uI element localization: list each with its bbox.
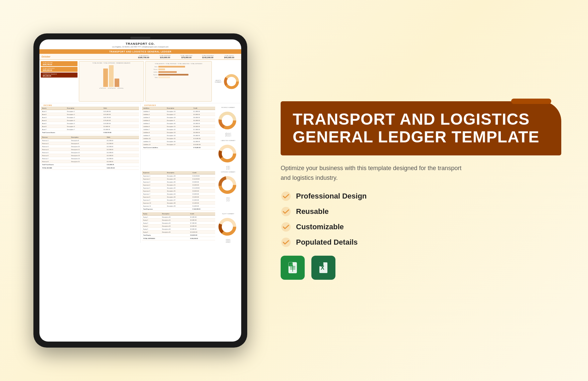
title-banner: TRANSPORT AND LOGISTICS GENERAL LEDGER T… [281,101,561,155]
table-row: Equity 1Description 40$ 5,000.00 [142,216,215,219]
kpi-blocks: TOTAL ASSETS $180,700.00 TOTAL REVENUE $… [65,55,239,58]
tablet-screen: TRANSPORT CO. Los Angeles, CA 91001 | 22… [39,39,241,342]
table-row: Revenue 6Description 13$ 2,000.00 [41,154,139,157]
table-row: Liabilities 2Description 17$ 3,000.00 [142,113,215,116]
table-row: Expenses 1Description 28$ 19,000.00 [142,174,215,177]
title-line-2: GENERAL LEDGER TEMPLATE [293,128,549,146]
google-sheets-icon[interactable] [281,256,305,280]
table-row: Asset 3Description 3$ 40,750.00 [41,116,139,119]
table-row: Equity 2Description 41$ 6,000.00 [142,219,215,222]
excel-icon[interactable]: X [311,256,335,280]
revenue-donut [216,110,238,131]
tablet-camera [130,37,150,39]
expenses-table-wrapper: Expenses Description Credit Expenses 1De… [142,171,215,243]
features-list: Professional Design Reusable Customizabl… [281,191,561,248]
kpi-total-equity: TOTAL EQUITY $45,000.00 [219,55,239,58]
horiz-chart: Assets Revenue Liabilities [147,65,210,79]
main-tables: INCOME Assets Description Debit Asset [39,103,241,243]
table-row: Equity 4Description 43$ 8,000.00 [142,225,215,228]
feature-professional-label: Professional Design [296,192,367,201]
kpi-total-revenue: TOTAL REVENUE $19,000.00 [155,55,175,58]
horiz-chart-block: TOTAL ASSETS · TOTAL REVENUE · TOTAL LIA… [145,61,212,102]
total-equity-row: Total Equity $ 45,000.00 [142,234,215,237]
check-icon-customizable [281,222,291,232]
bar-chart [80,65,143,88]
summary-cards-col: TOTAL INCOME $200,700.00 TOTAL EXPENSES … [41,61,78,102]
check-icon-populated [281,237,291,248]
expenses-donut [216,174,238,196]
expenses-label: EXPENSES [142,103,240,107]
right-donuts-col: REVENUE SUMMARY ■ Revenue 1■ Revenue 2■ … [216,107,240,170]
svg-point-22 [281,222,291,232]
company-address: Los Angeles, CA 91001 | 222 555 7777 | i… [41,46,240,48]
total-income-card: TOTAL INCOME $200,700.00 [41,61,78,66]
table-row: Expenses 8Description 36$ 6,000.00 [142,196,215,199]
table-row: Revenue 7Description 14$ 2,000.00 [41,157,139,160]
check-icon-professional [281,191,291,202]
table-row: Expenses 3Description 30$ 9,000.00 [142,180,215,183]
liabilities-table-wrapper: Liabilities Description Credit Liabiliti… [142,107,215,170]
table-row: Expenses 11Description 39$ 4,000.00 [142,205,215,208]
title-line-1: TRANSPORT AND LOGISTICS [293,111,549,128]
table-row: Revenue 3Description 10$ 2,000.00 [41,145,139,148]
total-income-row: TOTAL INCOME $ 200,700.00 [41,166,139,170]
svg-point-7 [224,117,231,124]
income-label: INCOME [41,103,139,107]
svg-point-21 [281,207,291,216]
feature-reusable: Reusable [281,206,561,217]
svg-point-15 [224,182,231,188]
table-row: Revenue 4Description 11$ 2,000.00 [41,148,139,151]
assets-table: Assets Description Debit Asset 1Descript… [41,107,139,134]
spreadsheet-header: TRANSPORT CO. Los Angeles, CA 91001 | 22… [39,39,241,49]
kpi-summary-row: October TOTAL ASSETS $180,700.00 TOTAL R… [39,54,241,60]
table-row: Liabilities 8Description 23$ 8,000.00 [142,131,215,134]
total-current-liabilities-row: Total Current Liabilities $ 78,000.00 [142,146,215,149]
liabilities-with-charts: Liabilities Description Credit Liabiliti… [142,107,240,170]
table-row: Expenses 5Description 32$ 11,000.00 [142,186,215,189]
tablet-wrapper: TRANSPORT CO. Los Angeles, CA 91001 | 22… [27,27,254,354]
table-row: Liabilities 1Description 16$ 1,000.00 [142,110,215,113]
feature-customizable-label: Customizable [296,223,344,231]
table-row: Liabilities 12Description 27$ 10,000.00 [142,143,215,146]
svg-point-19 [224,223,231,230]
table-row: Equity 6Description 45$ 10,000.00 [142,231,215,234]
expenses-with-charts: Expenses Description Credit Expenses 1De… [142,171,240,243]
expenses-table: Expenses Description Credit Expenses 1De… [142,171,215,211]
right-panel: TRANSPORT AND LOGISTICS GENERAL LEDGER T… [274,95,561,286]
feature-populated-label: Populated Details [296,238,358,247]
summary-cards: TOTAL INCOME $200,700.00 TOTAL EXPENSES … [41,61,78,78]
svg-point-11 [224,150,231,157]
table-row: Expenses 2Description 29$ 14,000.00 [142,177,215,180]
bar-expenses [109,65,114,87]
equity-table: Equity Description Credit Equity 1Descri… [142,212,215,240]
table-row: Asset 5Description 5$ 10,000.00 [41,122,139,125]
feature-reusable-label: Reusable [296,207,329,216]
assets-donut-container: ASSETS SUMMARY [213,61,240,102]
table-row: Equity 5Description 44$ 9,000.00 [142,228,215,231]
table-row: Liabilities 9Description 24$ 6,000.00 [142,134,215,137]
liabilities-donut [216,143,238,164]
table-row: Equity 3Description 42$ 7,000.00 [142,222,215,225]
svg-point-23 [281,238,291,247]
table-row: Expenses 6Description 35$ 8,000.00 [142,189,215,193]
table-row: Revenue 5Description 12$ 2,000.00 [41,151,139,154]
kpi-total-expenses: TOTAL EXPENSES $142,000.00 [198,55,218,58]
format-icons: X [281,256,561,280]
right-donuts-col-2: EXPENSES SUMMARY ■ Exp 1■ Exp 2■ Exp 3 [216,171,240,243]
remaining-balance-card: REMAINING BALANCE $64,300.00 [41,73,78,78]
month-label: October [41,55,65,58]
table-row: Asset 7Description 7$ 9,000.00 [41,128,139,131]
main-container: TRANSPORT CO. Los Angeles, CA 91001 | 22… [27,23,561,358]
table-row: Asset 1Description 1$ 25,000.00 [41,110,139,113]
table-row: Liabilities 3Description 18$ 8,000.00 [142,116,215,119]
assets-donut-chart [223,72,240,92]
table-row: Expenses 10Description 38$ 5,000.00 [142,202,215,205]
table-row: Liabilities 7Description 22$ 7,000.00 [142,128,215,131]
svg-point-20 [281,192,291,201]
total-fixed-assets-row: Total Fixed Assets $ 19,000.00 [41,163,139,166]
table-row: Liabilities 4Description 9$ 4,000.00 [142,119,215,122]
table-row: Liabilities 5Description 20$ 6,000.00 [142,122,215,125]
table-row: Liabilities 11Description 26$ 4,000.00 [142,140,215,143]
kpi-total-liabilities: TOTAL LIABILITIES $78,000.00 [176,55,196,58]
table-row: Liabilities 10Description 25$ 13,000.00 [142,137,215,140]
